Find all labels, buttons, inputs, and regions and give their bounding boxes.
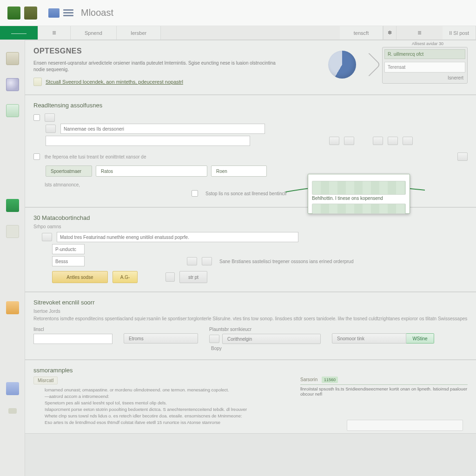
app-icon-1 <box>7 7 20 20</box>
section-2-subtitle: Srhpo oamns <box>33 224 468 229</box>
pill-c[interactable]: Roen <box>211 165 267 177</box>
rail-grey-icon[interactable] <box>6 225 19 238</box>
rail-note-icon[interactable] <box>6 52 19 65</box>
mini-c[interactable] <box>373 137 383 145</box>
section-4-title: ssmoramnples <box>33 367 468 377</box>
checkbox-2[interactable] <box>33 153 40 160</box>
mini-d[interactable] <box>388 137 398 145</box>
button-strpt[interactable]: str pt <box>179 271 207 283</box>
callout-text: Behlhottin. I tinese ons kopensend <box>312 196 406 201</box>
checkbox-3[interactable] <box>192 190 198 197</box>
bullet-2: Spenetom pes alii sanid leesht spol tol,… <box>45 400 285 405</box>
section-2: 30 Matacobortinchad Srhpo oamns Sane Brs… <box>25 207 476 292</box>
mid-toggle[interactable] <box>209 335 219 343</box>
rail-small-icon[interactable] <box>8 408 17 414</box>
mini-f[interactable] <box>457 152 468 161</box>
callout-thumb <box>312 181 406 195</box>
left-col-input[interactable] <box>33 334 112 344</box>
ribbon-tabs: ——— ≣ Spnend Iersber tenscft ✽ ≣ II Sl p… <box>0 26 476 40</box>
button-etroms[interactable]: Etroms <box>124 333 198 344</box>
bullet-4: Whete clnp suns towsl nds lidus o. es re… <box>45 413 285 418</box>
pill-a[interactable]: Spoertoatmaer <box>46 165 92 177</box>
arrow-icon <box>361 56 377 73</box>
options-title: OPTESGNES <box>33 47 317 55</box>
info-card-row1[interactable]: R. uillmenrcq ofct <box>384 49 465 59</box>
rail-sheet-icon[interactable] <box>6 104 19 117</box>
mid-tiny: Bopy <box>211 346 321 351</box>
options-panel: Allisest avidar 30 OPTESGNES Ensen neser… <box>25 40 476 95</box>
mid-col-label: Plauntsbr sorrikieucr <box>209 327 321 332</box>
tag-misrcatl[interactable]: Misrcatl <box>33 377 58 384</box>
tab-r3[interactable]: II Sl post <box>443 26 476 40</box>
tab-r2[interactable]: ✽ <box>383 26 396 40</box>
content-area: Allisest avidar 30 OPTESGNES Ensen neser… <box>25 40 476 476</box>
rail-blue-sheet-icon[interactable] <box>6 382 19 395</box>
tinybtn-1b[interactable] <box>46 125 56 133</box>
bullet-1: —aatrord accom a inttromeoend: <box>45 394 285 399</box>
app-icon-3 <box>48 8 60 18</box>
right-header-text: Sarsorin <box>300 377 317 382</box>
pills-hint: the feperoa eite tusi treant br eonittnt… <box>45 154 146 159</box>
tiny-input-a[interactable] <box>52 244 85 254</box>
right-disabled-box <box>347 420 463 431</box>
bullet-list: lomamed onunast; omaspastine. or mordenu… <box>45 387 285 425</box>
section-3-desc: Retorentons ismdte esponditecins spsenti… <box>33 316 468 322</box>
options-link[interactable]: Stcuall Sveerod locendek, aon minteths, … <box>46 79 183 85</box>
name-input[interactable] <box>60 124 265 134</box>
button-snomoor[interactable]: Snomoor tink <box>332 333 406 344</box>
options-desc: Ensen neserent-uqranstur arivedictele or… <box>33 60 284 73</box>
hamburger-icon <box>63 9 73 16</box>
info-card-caption: Isnerert <box>448 75 465 81</box>
long-input[interactable] <box>57 232 298 242</box>
title-bar: Mlooast <box>0 0 476 26</box>
left-col-label: Iinscl <box>33 327 112 332</box>
chk-4b[interactable] <box>202 257 212 265</box>
info-card: R. uillmenrcq ofct Terensat Isnerert <box>382 47 468 84</box>
page-icon <box>33 78 42 86</box>
rail-green-sheet-icon[interactable] <box>6 199 19 212</box>
mini-a[interactable] <box>329 137 339 145</box>
callout-popup: Behlhottin. I tinese ons kopensend <box>308 174 410 214</box>
rail-orange-sheet-icon[interactable] <box>6 301 19 314</box>
pill-b[interactable]: Ratos <box>96 165 207 177</box>
section-3-title: Sitrevoket encnlil soorr <box>33 299 468 309</box>
mini-b[interactable] <box>344 137 354 145</box>
header-hint: Allisest avidar 30 <box>412 41 443 46</box>
tab-d[interactable]: Iersber <box>117 26 161 40</box>
info-card-row2[interactable]: Terensat <box>384 62 465 73</box>
blank-input[interactable] <box>46 136 250 146</box>
chk-4a[interactable] <box>187 257 197 265</box>
bullet-5: Eso artes Is de lintndlmod esos thtmdf c… <box>45 420 285 425</box>
icon-rail <box>0 40 25 476</box>
rail-globe-icon[interactable] <box>6 78 19 91</box>
button-corith[interactable]: Corithnelgin <box>222 334 321 344</box>
minibox[interactable]: ≣ <box>396 26 443 40</box>
sparkle-icon: ✽ <box>388 30 392 36</box>
section-2-title: 30 Matacobortinchad <box>33 214 468 224</box>
button-wstine[interactable]: WStine <box>406 333 434 344</box>
checkbox-1[interactable] <box>33 114 40 121</box>
bullet-3: Islaporcment porse eeton stotrin pooolti… <box>45 407 285 412</box>
tiny-input-b[interactable] <box>52 256 85 266</box>
pie-chart-icon <box>328 51 356 79</box>
app-icon-2 <box>24 7 37 20</box>
app-title: Mlooast <box>81 7 113 18</box>
button-ag[interactable]: A.G- <box>112 271 138 283</box>
right-header-chip: 11560 <box>322 377 338 383</box>
right-disabled-input <box>347 420 463 431</box>
right-line: llnroiIstal spsosth lis.ts SnIdieendisee… <box>300 386 468 397</box>
section-1-title: Readltensing assolfusnes <box>33 102 468 112</box>
tab-active[interactable]: ——— <box>0 26 38 40</box>
section-3-subtitle: Isertoe Jords <box>33 309 468 314</box>
mini-g[interactable] <box>165 272 175 282</box>
tab-b[interactable]: ≣ <box>38 26 71 40</box>
tinybtn-2a[interactable] <box>42 233 52 241</box>
tab-r1[interactable]: tenscft <box>340 26 383 40</box>
sec2-checkline: Sane Brstianes sastelisci tregener ossso… <box>219 259 354 264</box>
callout-thumb-2 <box>312 204 406 214</box>
tinybtn-1a[interactable] <box>45 113 55 122</box>
mini-e[interactable] <box>403 137 413 145</box>
list-icon: ≣ <box>52 30 56 36</box>
button-antles[interactable]: Antles sodse <box>52 271 108 283</box>
tab-c[interactable]: Spnend <box>71 26 117 40</box>
